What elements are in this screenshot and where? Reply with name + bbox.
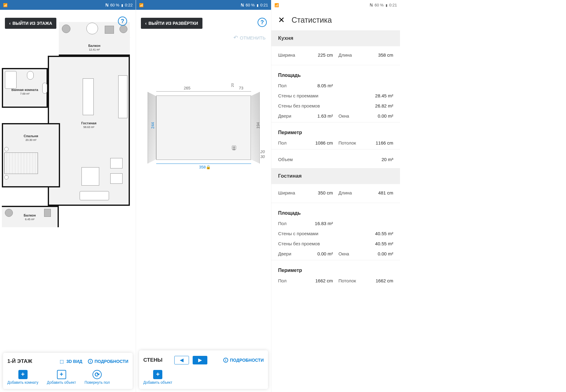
section-kitchen: Кухня: [271, 30, 400, 46]
undo-label: ОТМЕНИТЬ: [240, 35, 266, 40]
info-icon: i: [88, 359, 93, 364]
help-icon[interactable]: ?: [258, 18, 267, 27]
stat-label: Окна: [338, 113, 349, 119]
help-icon[interactable]: ?: [118, 17, 127, 26]
info-icon: i: [223, 358, 228, 363]
undo-button[interactable]: ОТМЕНИТЬ: [233, 34, 266, 41]
wall-canvas[interactable]: ‹ ВЫЙТИ ИЗ РАЗВЁРТКИ ? ОТМЕНИТЬ ⠿ 265 20…: [136, 10, 271, 392]
floor-bottom-card: 1-Й ЭТАЖ ⬚3D ВИД iПОДРОБНОСТИ + Добавить…: [3, 353, 133, 389]
dim-top-20: 20: [231, 83, 234, 87]
add-room-button[interactable]: + Добавить комнату: [7, 370, 38, 385]
dim-right-30: 30: [260, 154, 265, 159]
signal-icon: [139, 3, 144, 7]
exit-floor-label: ВЫЙТИ ИЗ ЭТАЖА: [13, 21, 52, 26]
plus-outline-icon: +: [57, 370, 66, 379]
signal-icon: [3, 3, 8, 7]
stat-label: Стены с проемами: [278, 231, 318, 236]
stat-val: 0.00 m²: [378, 251, 393, 256]
dim-left-244: 244: [150, 122, 155, 129]
status-bar: 60 % 0:21: [271, 0, 400, 10]
stat-label: Потолок: [338, 140, 356, 145]
stat-label: Длина: [338, 52, 352, 58]
add-room-label: Добавить комнату: [7, 380, 38, 385]
signal-icon: [274, 3, 279, 7]
room-bed-area: 20.30 m²: [25, 138, 36, 141]
exit-floor-button[interactable]: ‹ ВЫЙТИ ИЗ ЭТАЖА: [5, 18, 56, 29]
plus-filled-icon: +: [153, 370, 162, 379]
cube-icon: ⬚: [59, 359, 65, 364]
stat-label: Пол: [278, 83, 287, 88]
status-bar: 60 % 0:21: [136, 0, 271, 10]
wall-diagram: ⠿ 265 20 73 244 194 20 30 358🔒: [144, 83, 263, 175]
clock: 0:21: [389, 3, 397, 7]
rotate-floor-button[interactable]: ⟳ Повернуть пол: [85, 370, 110, 385]
stat-label: Ширина: [278, 190, 295, 195]
lock-icon: 🔒: [206, 165, 211, 169]
stat-val: 28.45 m²: [375, 93, 393, 98]
prev-wall-button[interactable]: ◀: [174, 356, 189, 364]
stat-val: 16.83 m²: [315, 221, 333, 226]
stat-label: Стены без проемов: [278, 241, 320, 246]
battery-pct: 60 %: [110, 3, 119, 7]
view-3d-button[interactable]: ⬚3D ВИД: [59, 359, 82, 364]
stat-label: Объем: [278, 157, 293, 162]
stat-val: 1.63 m²: [317, 113, 333, 119]
exit-wall-button[interactable]: ‹ ВЫЙТИ ИЗ РАЗВЁРТКИ: [141, 18, 202, 29]
battery-pct: 60 %: [375, 3, 384, 7]
nfc-icon: [370, 3, 373, 7]
battery-pct: 60 %: [246, 3, 255, 7]
battery-icon: [386, 3, 387, 7]
subhead-area: Площадь: [271, 66, 400, 81]
stat-val: 1662 cm: [375, 278, 393, 283]
stat-val: 1166 cm: [375, 140, 393, 145]
add-object-label: Добавить объект: [143, 380, 172, 385]
stat-val: 40.55 m²: [375, 231, 393, 236]
add-object-button[interactable]: + Добавить объект: [143, 370, 172, 385]
section-living: Гостиная: [271, 168, 400, 184]
panel-floor-view: 60 % 0:22 ‹ ВЫЙТИ ИЗ ЭТАЖА ? ОТМЕНИТЬ Ба…: [0, 0, 136, 392]
stat-label: Ширина: [278, 52, 295, 58]
room-balcony2-label: Балкон: [24, 213, 36, 217]
room-living-area: 58.63 m²: [83, 126, 94, 129]
stat-val: 350 cm: [318, 190, 333, 195]
clock: 0:21: [260, 3, 268, 7]
dim-bottom-358: 358🔒: [199, 165, 211, 169]
dim-right-20: 20: [260, 149, 265, 154]
exit-wall-label: ВЫЙТИ ИЗ РАЗВЁРТКИ: [149, 21, 198, 26]
stat-label: Потолок: [338, 278, 356, 283]
stat-label: Двери: [278, 251, 291, 256]
room-balcony2-area: 6.45 m²: [25, 218, 35, 221]
stat-val: 20 m³: [382, 157, 393, 162]
details-label: ПОДРОБНОСТИ: [95, 359, 128, 364]
stat-val: 1086 cm: [315, 140, 333, 145]
panel-wall-view: 60 % 0:21 ‹ ВЫЙТИ ИЗ РАЗВЁРТКИ ? ОТМЕНИТ…: [136, 0, 271, 392]
stat-scroll[interactable]: Кухня Ширина225 cm Длина358 cm Площадь П…: [271, 30, 400, 392]
add-object-button[interactable]: + Добавить объект: [47, 370, 76, 385]
panel-statistics: 60 % 0:21 ✕ Статистика Кухня Ширина225 c…: [271, 0, 400, 392]
outlet-icon: ⠿: [232, 145, 236, 150]
stat-val: 225 cm: [318, 52, 333, 58]
stat-val: 0.00 m²: [317, 251, 333, 256]
subhead-area: Площадь: [271, 204, 400, 218]
details-button[interactable]: iПОДРОБНОСТИ: [223, 358, 264, 363]
wall-bottom-card: СТЕНЫ ◀ ▶ iПОДРОБНОСТИ + Добавить объект: [139, 350, 268, 389]
stat-label: Пол: [278, 278, 287, 283]
plus-filled-icon: +: [18, 370, 28, 379]
details-button[interactable]: iПОДРОБНОСТИ: [88, 359, 128, 364]
stat-val: 8.05 m²: [317, 83, 333, 88]
dim-right-194: 194: [256, 122, 260, 129]
subhead-perim: Периметр: [271, 124, 400, 138]
stat-val: 40.55 m²: [375, 241, 393, 246]
stat-val: 1662 cm: [315, 278, 333, 283]
room-living-label: Гостиная: [81, 121, 96, 125]
wall-rect[interactable]: ⠿: [156, 96, 251, 160]
stat-label: Стены с проемами: [278, 93, 318, 98]
close-icon[interactable]: ✕: [278, 15, 285, 25]
undo-arrow-icon: [233, 34, 238, 41]
chevron-left-icon: ‹: [145, 21, 147, 26]
stat-label: Пол: [278, 140, 287, 145]
next-wall-button[interactable]: ▶: [193, 356, 207, 364]
dim-top-265: 265: [184, 86, 191, 90]
rotate-icon: ⟳: [92, 370, 102, 379]
floorplan-canvas[interactable]: ‹ ВЫЙТИ ИЗ ЭТАЖА ? ОТМЕНИТЬ Балкон12.41 …: [0, 10, 136, 392]
